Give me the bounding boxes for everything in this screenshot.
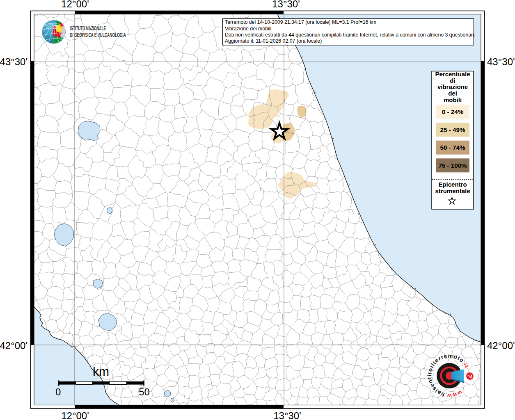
svg-text:Vibrazione dei mobili: Vibrazione dei mobili	[225, 26, 271, 32]
svg-text:50: 50	[139, 386, 150, 397]
svg-text:0 - 24%: 0 - 24%	[442, 108, 464, 115]
svg-text:13°30': 13°30'	[273, 410, 301, 420]
svg-text:vibrazione: vibrazione	[437, 83, 468, 90]
svg-text:Dati non verificati estratti d: Dati non verificati estratti da 44 quest…	[225, 32, 475, 38]
svg-text:ISTITUTO NAZIONALE: ISTITUTO NAZIONALE	[70, 25, 106, 32]
svg-text:strumentale: strumentale	[435, 187, 470, 194]
svg-text:Aggiornato il: 11-01-2026 02:0: Aggiornato il: 11-01-2026 02:07 (ora loc…	[225, 38, 322, 44]
svg-text:43°30': 43°30'	[487, 56, 515, 67]
svg-text:Percentuale: Percentuale	[435, 71, 470, 78]
svg-text:dei: dei	[448, 90, 457, 97]
svg-text:13°30': 13°30'	[272, 0, 300, 9]
svg-text:25 - 49%: 25 - 49%	[440, 126, 465, 133]
svg-text:0: 0	[55, 386, 61, 397]
svg-text:DI GEOFISICA E VULCANOLOGIA: DI GEOFISICA E VULCANOLOGIA	[70, 32, 126, 38]
svg-text:43°30': 43°30'	[0, 56, 27, 67]
svg-text:42°00': 42°00'	[0, 340, 27, 351]
svg-text:42°00': 42°00'	[487, 340, 515, 351]
svg-text:Epicentro: Epicentro	[438, 181, 467, 188]
svg-text:km: km	[93, 365, 109, 378]
svg-text:12°00': 12°00'	[61, 410, 89, 420]
svg-text:Terremoto del 14-10-2009 21:34: Terremoto del 14-10-2009 21:34:17 (ora l…	[225, 19, 376, 25]
svg-text:75 - 100%: 75 - 100%	[438, 162, 467, 169]
svg-text:mobili: mobili	[444, 96, 462, 103]
svg-text:12°00': 12°00'	[61, 0, 89, 9]
svg-text:50 - 74%: 50 - 74%	[440, 144, 465, 151]
